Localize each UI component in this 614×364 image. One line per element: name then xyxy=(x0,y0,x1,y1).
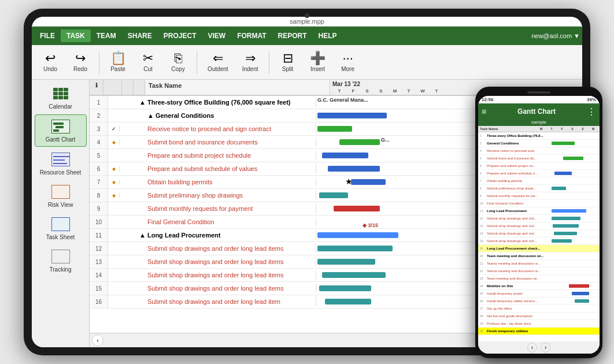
th-num xyxy=(103,80,122,95)
sidebar-label-gantt: Gantt Chart xyxy=(46,136,76,143)
phone-bottom-nav: ‹ › xyxy=(478,341,600,354)
phone-row[interactable]: 20 Team meeting and discussion wi... xyxy=(478,252,600,260)
phone-row[interactable]: 23 Team meeting and discussion wi... xyxy=(478,275,600,283)
more-button[interactable]: ··· More xyxy=(334,50,362,75)
row-num: 1 xyxy=(90,96,108,109)
sidebar-item-task[interactable]: Task Sheet xyxy=(35,213,87,244)
row-num: 2 xyxy=(90,109,108,122)
phone-row[interactable]: 27 Set up the office xyxy=(478,305,600,313)
sidebar-item-risk[interactable]: Risk View xyxy=(35,180,87,211)
phone-row-highlight[interactable]: 19 Long Lead Procurement check... xyxy=(478,245,600,252)
sidebar-item-calendar[interactable]: Calendar xyxy=(35,82,87,113)
menu-report[interactable]: REPORT xyxy=(272,29,313,42)
menu-project[interactable]: PROJECT xyxy=(158,29,202,42)
phone-bar xyxy=(554,232,577,235)
phone-more-icon[interactable]: ⋮ xyxy=(587,106,596,117)
menu-task[interactable]: TASK xyxy=(61,29,91,42)
phone-left-arrow[interactable]: ‹ xyxy=(527,343,537,352)
paste-label: Paste xyxy=(110,66,125,72)
phone-bar xyxy=(552,217,580,220)
phone-row[interactable]: 22 Teams meeting and discussion w... xyxy=(478,268,600,275)
phone-row[interactable]: 12 Submit shop drawings and ord... xyxy=(478,215,600,222)
phone-row[interactable]: 28 Set live and grade description xyxy=(478,313,600,320)
outdent-icon: ⇐ xyxy=(213,52,223,65)
sidebar-label-resource: Resource Sheet xyxy=(40,169,82,176)
phone-row[interactable]: 15 Submit shop drawings and ord... xyxy=(478,237,600,245)
phone-row[interactable]: 21 Teams meeting and discussion w... xyxy=(478,260,600,268)
redo-button[interactable]: ↪ Redo xyxy=(66,50,94,75)
resource-icon xyxy=(50,151,71,168)
gantt-bar xyxy=(319,285,371,291)
phone-row[interactable]: 2 General Conditions xyxy=(478,140,600,147)
row-num: 12 xyxy=(90,242,108,255)
phone-menu-icon[interactable]: ≡ xyxy=(482,107,486,116)
task-name: Submit monthly requests for payment xyxy=(131,204,316,213)
sidebar-label-calendar: Calendar xyxy=(49,103,72,110)
phone-row[interactable]: 1 Three-story Office Building (76,9... xyxy=(478,132,600,140)
toolbar: ↩ Undo ↪ Redo 📋 Paste ✂ Cut ⎘ Copy xyxy=(32,45,582,80)
gantt-bar xyxy=(319,192,348,198)
paste-button[interactable]: 📋 Paste xyxy=(104,50,132,75)
cut-button[interactable]: ✂ Cut xyxy=(134,50,162,75)
cut-label: Cut xyxy=(143,66,153,72)
phone-row[interactable]: 14 Submit shop drawings and ord... xyxy=(478,230,600,237)
phone-row[interactable]: 4 Submit bond and insurance do... xyxy=(478,155,600,162)
menu-view[interactable]: VIEW xyxy=(202,29,231,42)
day-t1: T xyxy=(332,88,346,94)
gantt-bar xyxy=(317,126,352,132)
th-check xyxy=(134,80,145,95)
phone-row[interactable]: 11 Long Lead Procurement xyxy=(478,207,600,215)
phone-row[interactable]: 8 Submit preliminary shop drawi... xyxy=(478,185,600,192)
user-email[interactable]: new@aol.com ▼ xyxy=(531,32,580,39)
phone-row[interactable]: 26 Install temporary safety service... xyxy=(478,298,600,305)
sidebar-item-resource[interactable]: Resource Sheet xyxy=(35,148,87,179)
menu-format[interactable]: FORMAT xyxy=(231,29,272,42)
divider-3 xyxy=(269,51,269,74)
insert-button[interactable]: ➕ Insert xyxy=(304,50,332,75)
split-button[interactable]: ⊟ Split xyxy=(274,50,302,75)
copy-button[interactable]: ⎘ Copy xyxy=(164,50,192,75)
indent-icon: ⇒ xyxy=(245,52,256,65)
gantt-bar xyxy=(322,153,368,158)
undo-button[interactable]: ↩ Undo xyxy=(36,50,64,75)
phone-row[interactable]: 24 Mobilize on Site xyxy=(478,283,600,290)
day-s2: S xyxy=(374,88,388,94)
phone-row[interactable]: 9 Submit monthly requests for pa... xyxy=(478,192,600,200)
sidebar-item-gantt[interactable]: Gantt Chart xyxy=(35,114,87,147)
row-num: 11 xyxy=(90,229,108,242)
menu-file[interactable]: FILE xyxy=(34,29,61,42)
phone-right-arrow[interactable]: › xyxy=(541,343,550,352)
day-w: W xyxy=(416,88,430,94)
phone-row-highlight-yellow[interactable]: 30 Finish temporary utilities xyxy=(478,328,600,335)
row-num: 8 xyxy=(90,189,108,202)
phone-row[interactable]: 5 Prepare and submit project sc... xyxy=(478,162,600,170)
task-name: Submit bond and insurance documents xyxy=(131,138,316,147)
phone-row[interactable]: 10 Final General Condition xyxy=(478,200,600,207)
scroll-left-button[interactable]: ‹ xyxy=(92,335,103,346)
sidebar: Calendar Gantt Chart xyxy=(32,80,90,347)
app-title: sample.mpp xyxy=(290,18,324,25)
menu-team[interactable]: TEAM xyxy=(91,29,122,42)
ph-date-t: T xyxy=(547,127,556,131)
outdent-button[interactable]: ⇐ Outdent xyxy=(202,50,234,75)
title-bar: sample.mpp xyxy=(32,17,582,27)
task-name: ▲ Long Lead Procurement xyxy=(131,231,316,240)
phone-row[interactable]: 29 Produce site - lay down area xyxy=(478,320,600,328)
day-s1: S xyxy=(360,88,374,94)
more-icon: ··· xyxy=(342,52,353,65)
phone-bar xyxy=(552,187,566,190)
phone-row[interactable]: 13 Submit shop drawings and ord... xyxy=(478,222,600,230)
menu-help[interactable]: HELP xyxy=(313,29,343,42)
phone-row[interactable]: 6 Prepare and submit schedule o... xyxy=(478,170,600,177)
ph-date-s1: S xyxy=(568,127,577,131)
sidebar-item-tracking[interactable]: Tracking xyxy=(35,245,87,276)
menu-share[interactable]: SHARE xyxy=(122,29,158,42)
phone-title: Gantt Chart xyxy=(489,107,585,116)
split-icon: ⊟ xyxy=(283,52,293,65)
phone-row[interactable]: 25 Install temporary power xyxy=(478,290,600,298)
phone-status-bar: 12:56 39% xyxy=(478,96,600,103)
indent-button[interactable]: ⇒ Indent xyxy=(236,50,264,75)
phone-row[interactable]: 7 Obtain building permits xyxy=(478,177,600,185)
phone-row[interactable]: 3 Receive notice to proceed and... xyxy=(478,147,600,155)
task-name: Final General Condition xyxy=(131,217,316,226)
